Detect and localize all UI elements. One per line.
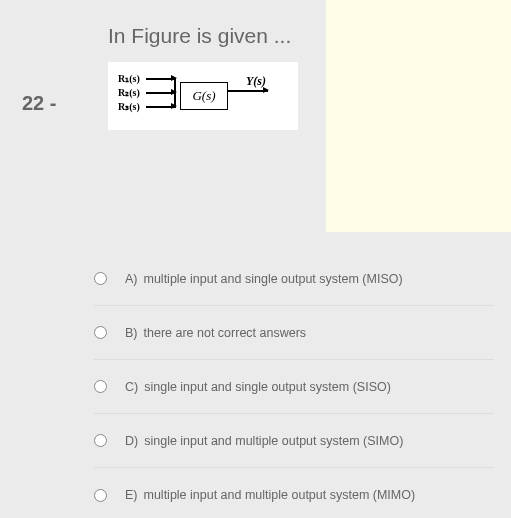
- arrow-icon: [146, 106, 176, 108]
- radio-icon[interactable]: [94, 434, 107, 447]
- option-c[interactable]: C) single input and single output system…: [94, 360, 494, 414]
- radio-icon[interactable]: [94, 326, 107, 339]
- diagram-inputs: R₁(s) R₂(s) R₃(s): [118, 72, 176, 114]
- arrow-icon: [146, 78, 176, 80]
- option-text: multiple input and single output system …: [144, 272, 403, 286]
- option-letter: D): [125, 434, 138, 448]
- option-text: multiple input and multiple output syste…: [144, 488, 416, 502]
- join-line: [174, 78, 176, 108]
- arrow-icon: [146, 92, 176, 94]
- option-e[interactable]: E) multiple input and multiple output sy…: [94, 468, 494, 518]
- input-r3-label: R₃(s): [118, 100, 146, 114]
- option-d[interactable]: D) single input and multiple output syst…: [94, 414, 494, 468]
- input-r2-label: R₂(s): [118, 86, 146, 100]
- radio-icon[interactable]: [94, 380, 107, 393]
- block-diagram: R₁(s) R₂(s) R₃(s) G(s) Y(s): [108, 62, 298, 130]
- option-letter: A): [125, 272, 138, 286]
- option-a[interactable]: A) multiple input and single output syst…: [94, 252, 494, 306]
- option-letter: B): [125, 326, 138, 340]
- option-b[interactable]: B) there are not correct answers: [94, 306, 494, 360]
- diagram-output: Y(s): [228, 90, 268, 92]
- arrow-icon: [228, 90, 268, 92]
- highlight-box: [326, 0, 511, 232]
- option-text: single input and multiple output system …: [144, 434, 403, 448]
- question-number: 22 -: [22, 92, 56, 115]
- options-list: A) multiple input and single output syst…: [94, 252, 494, 518]
- option-text: single input and single output system (S…: [144, 380, 391, 394]
- option-text: there are not correct answers: [144, 326, 307, 340]
- question-text: In Figure is given ...: [108, 24, 291, 48]
- option-letter: C): [125, 380, 138, 394]
- transfer-block: G(s): [180, 82, 228, 110]
- input-r1-label: R₁(s): [118, 72, 146, 86]
- radio-icon[interactable]: [94, 272, 107, 285]
- radio-icon[interactable]: [94, 489, 107, 502]
- option-letter: E): [125, 488, 138, 502]
